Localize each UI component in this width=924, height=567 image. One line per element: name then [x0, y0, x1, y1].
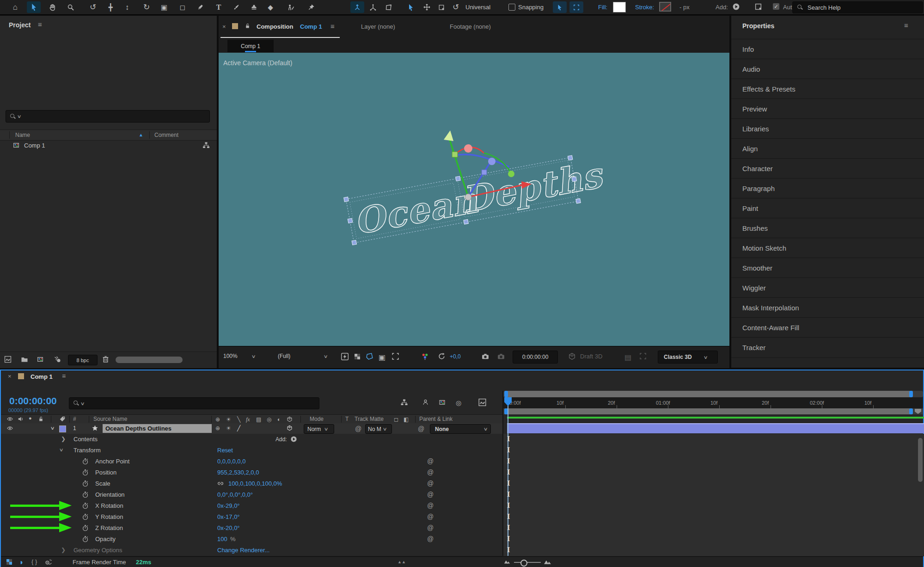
layer-collapse-icon[interactable]: ☀ — [226, 425, 231, 431]
row-opacity[interactable]: Opacity 100 % @ — [1, 534, 502, 545]
renderer-dropdown[interactable]: Classic 3D ∨ — [658, 351, 718, 364]
selection-tool[interactable] — [27, 1, 41, 13]
transparency-grid-icon[interactable] — [354, 353, 361, 360]
contents-expand-chevron-icon[interactable]: ❯ — [61, 436, 66, 442]
properties-item-motion-sketch[interactable]: Motion Sketch — [731, 238, 924, 258]
project-settings-icon[interactable] — [54, 356, 61, 363]
channels-icon[interactable] — [421, 352, 429, 360]
work-area-end-handle[interactable] — [909, 408, 913, 414]
tab-close-icon[interactable]: × — [222, 23, 226, 30]
orbit-camera-tool[interactable]: ↺ — [86, 1, 100, 13]
properties-item-mask-interpolation[interactable]: Mask Interpolation — [731, 297, 924, 318]
magnification-dropdown[interactable]: 100% — [223, 353, 238, 359]
local-axis-mode[interactable] — [350, 1, 364, 13]
layer-duration-bar[interactable] — [507, 423, 924, 433]
flowchart-icon[interactable] — [202, 142, 210, 149]
work-area-bar[interactable] — [504, 408, 913, 414]
scale-label[interactable]: Scale — [95, 480, 110, 487]
rectangle-tool[interactable]: ◻ — [176, 1, 190, 13]
opacity-pickwhip-icon[interactable]: @ — [427, 535, 434, 542]
opacity-label[interactable]: Opacity — [95, 536, 116, 542]
properties-item-paint[interactable]: Paint — [731, 198, 924, 218]
timeline-zoom-track[interactable] — [514, 562, 541, 563]
stopwatch-icon[interactable] — [82, 458, 89, 465]
properties-panel-title[interactable]: Properties — [742, 22, 774, 30]
stopwatch-icon[interactable] — [82, 536, 89, 542]
dolly-camera-tool[interactable]: ↕ — [120, 1, 134, 13]
row-orientation[interactable]: Orientation 0,0°,0,0°,0,0° @ — [1, 489, 502, 501]
mask-visibility-icon[interactable] — [366, 352, 373, 360]
stopwatch-icon[interactable] — [82, 491, 89, 498]
new-composition-icon[interactable] — [36, 356, 44, 363]
properties-item-libraries[interactable]: Libraries — [731, 118, 924, 139]
pan-camera-tool[interactable]: ╋ — [104, 1, 117, 13]
properties-item-content-aware-fill[interactable]: Content-Aware Fill — [731, 317, 924, 338]
properties-item-info[interactable]: Info — [731, 39, 924, 59]
render-queue-icon[interactable] — [6, 558, 13, 566]
tab-composition-label[interactable]: Composition — [257, 23, 293, 30]
tab-layer[interactable]: Layer (none) — [361, 23, 395, 30]
position-value[interactable]: 955,2,530,2,0,0 — [217, 469, 259, 476]
col-t[interactable]: T — [345, 416, 349, 422]
add-shape-button[interactable] — [732, 3, 740, 11]
timeline-vscrollbar[interactable] — [918, 438, 923, 482]
type-tool[interactable]: T — [212, 1, 226, 13]
stopwatch-icon[interactable] — [82, 513, 89, 520]
tab-footage[interactable]: Footage (none) — [450, 23, 491, 30]
position-pickwhip-icon[interactable]: @ — [427, 468, 434, 476]
layer-eye-icon[interactable] — [6, 425, 13, 431]
draft-3d-label[interactable]: Draft 3D — [580, 353, 602, 360]
project-panel-menu-icon[interactable]: ≡ — [38, 20, 42, 28]
zoom-in-mountain-icon[interactable] — [544, 558, 551, 566]
layer-3d-icon[interactable] — [287, 425, 293, 431]
auto-checkbox[interactable]: ✓ — [773, 3, 779, 10]
properties-item-paragraph[interactable]: Paragraph — [731, 178, 924, 198]
project-col-comment[interactable]: Comment — [154, 132, 178, 138]
layer-parent-dropdown[interactable]: None ∨ — [430, 424, 491, 434]
stroke-label[interactable]: Stroke: — [635, 4, 654, 11]
row-z-rotation[interactable]: Z Rotation 0x-20,0° @ — [1, 523, 502, 534]
world-axis-mode[interactable] — [366, 1, 380, 13]
properties-item-character[interactable]: Character — [731, 158, 924, 179]
properties-item-tracker[interactable]: Tracker — [731, 337, 924, 358]
show-snapshot-icon[interactable] — [497, 352, 505, 360]
puppet-pin-tool[interactable] — [304, 1, 318, 13]
navigator-start-handle[interactable] — [504, 391, 508, 397]
fill-label[interactable]: Fill: — [598, 4, 607, 11]
gizmo-position[interactable] — [420, 1, 434, 13]
view-axis-mode[interactable] — [382, 1, 396, 13]
camera-tool[interactable]: ▣ — [157, 1, 171, 13]
snail-performance-icon[interactable] — [44, 558, 52, 566]
layer-mode-dropdown[interactable]: Norm ∨ — [304, 424, 334, 434]
project-col-name[interactable]: Name — [15, 132, 30, 138]
exposure-value[interactable]: +0,0 — [450, 353, 461, 360]
row-x-rotation[interactable]: X Rotation 0x-29,0° @ — [1, 500, 502, 512]
panel-toggle-icon[interactable] — [754, 3, 762, 11]
orientation-value[interactable]: 0,0°,0,0°,0,0° — [217, 491, 253, 498]
snap-bounds-icon[interactable] — [569, 1, 583, 13]
row-contents[interactable]: ❯ Contents Add: — [1, 434, 502, 445]
3d-ground-plane-icon[interactable]: ▤ — [624, 353, 631, 362]
layer-expand-chevron-icon[interactable]: ∨ — [50, 425, 55, 431]
anchor-point-pickwhip-icon[interactable]: @ — [427, 457, 434, 465]
collapse-triangles-icon[interactable]: ▲▲ — [398, 560, 406, 564]
row-position[interactable]: Position 955,2,530,2,0,0 @ — [1, 467, 502, 479]
eraser-tool[interactable]: ◆ — [263, 1, 277, 13]
matte-pickwhip-icon[interactable]: @ — [355, 425, 361, 432]
project-item-name[interactable]: Comp 1 — [24, 142, 45, 149]
scale-link-icon[interactable] — [217, 480, 224, 487]
rotation-tool[interactable]: ↻ — [140, 1, 153, 13]
snap-cursor-icon[interactable] — [553, 1, 567, 13]
project-search-input[interactable]: ∨ — [6, 110, 210, 123]
stopwatch-icon[interactable] — [82, 469, 89, 476]
time-ruler[interactable]: 0:00f 10f 20f 01:00f 10f 20f 02:00f 10f — [503, 397, 923, 408]
fill-swatch[interactable] — [613, 2, 626, 12]
column-graph-divider[interactable] — [502, 391, 503, 556]
snapshot-icon[interactable] — [481, 352, 490, 360]
stopwatch-icon[interactable] — [82, 502, 89, 509]
properties-item-brushes[interactable]: Brushes — [731, 218, 924, 238]
properties-item-audio[interactable]: Audio — [731, 59, 924, 79]
y-rotation-pickwhip-icon[interactable]: @ — [427, 513, 434, 520]
bpc-button[interactable]: 8 bpc — [68, 355, 98, 365]
col-track-matte[interactable]: Track Matte — [355, 416, 384, 422]
